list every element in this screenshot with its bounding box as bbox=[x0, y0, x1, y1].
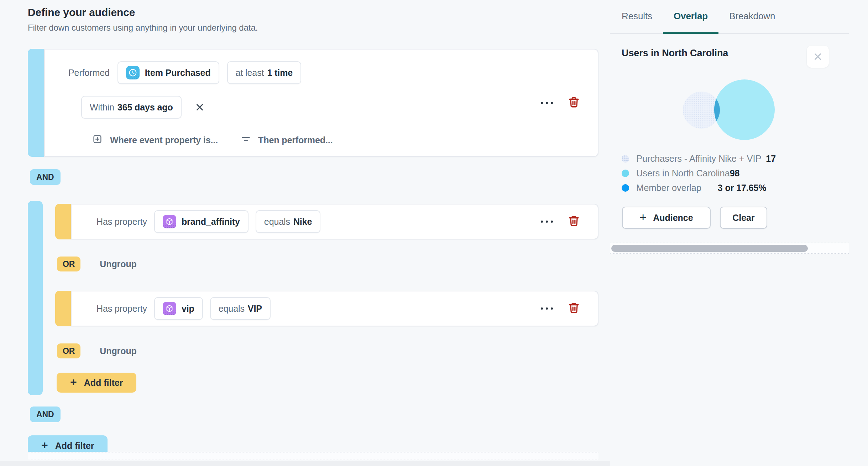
legend-row: Purchasers - Affinity Nike + VIP 17 bbox=[622, 153, 776, 164]
and-operator-badge[interactable]: AND bbox=[30, 407, 61, 422]
property-filter-more-options-button[interactable] bbox=[537, 217, 556, 226]
window-prefix: Within bbox=[90, 102, 114, 113]
or-operator-badge[interactable]: OR bbox=[57, 343, 80, 358]
frequency-value: 1 time bbox=[267, 68, 293, 78]
remove-time-window-button[interactable] bbox=[194, 102, 205, 113]
property-filter-more-options-button[interactable] bbox=[537, 304, 556, 313]
add-filter-to-group-button[interactable]: + Add filter bbox=[57, 373, 136, 393]
legend-row: Member overlap 3 or 17.65% bbox=[622, 182, 776, 193]
clear-button[interactable]: Clear bbox=[720, 207, 767, 229]
builder-horizontal-scrollbar-track[interactable] bbox=[28, 452, 598, 460]
plus-icon: + bbox=[41, 439, 48, 452]
bottom-edge-strip bbox=[0, 461, 610, 466]
event-name: Item Purchased bbox=[145, 68, 211, 78]
property-chip[interactable]: brand_affinity bbox=[154, 210, 249, 233]
legend-row: Users in North Carolina 98 bbox=[622, 168, 776, 178]
sidebar-horizontal-scrollbar-thumb[interactable] bbox=[611, 245, 808, 252]
tab-overlap[interactable]: Overlap bbox=[663, 0, 718, 34]
performed-label: Performed bbox=[68, 68, 110, 78]
venn-overlap-region bbox=[714, 79, 775, 140]
cube-icon bbox=[163, 302, 176, 315]
legend-dot-users bbox=[622, 170, 629, 177]
page-subtitle: Filter down customers using anything in … bbox=[28, 23, 258, 33]
overlap-legend: Purchasers - Affinity Nike + VIP 17 User… bbox=[622, 153, 776, 193]
operator-value: VIP bbox=[248, 304, 262, 314]
operator-value: Nike bbox=[293, 217, 312, 227]
where-event-property-label: Where event property is... bbox=[110, 135, 218, 145]
or-group: Has property brand_affinity equals Nike bbox=[28, 201, 598, 395]
then-performed-label: Then performed... bbox=[258, 135, 333, 145]
property-filter-accent-bar bbox=[55, 291, 71, 326]
legend-dot-purchasers bbox=[622, 155, 629, 162]
operator-label: equals bbox=[219, 304, 245, 314]
or-operator-badge[interactable]: OR bbox=[57, 257, 80, 271]
property-name: brand_affinity bbox=[182, 217, 240, 227]
clock-icon bbox=[126, 66, 140, 79]
event-filter-accent-bar bbox=[28, 49, 44, 157]
property-filter-delete-button[interactable] bbox=[566, 213, 582, 231]
cube-icon bbox=[163, 215, 176, 228]
and-operator-badge[interactable]: AND bbox=[30, 169, 61, 185]
property-chip[interactable]: vip bbox=[154, 297, 203, 320]
close-icon bbox=[812, 51, 823, 62]
event-filter-card: Performed Item Purchased at least 1 time… bbox=[28, 49, 598, 157]
has-property-label: Has property bbox=[96, 217, 147, 227]
operator-value-chip[interactable]: equals VIP bbox=[210, 297, 271, 320]
legend-dot-overlap bbox=[622, 184, 629, 192]
venn-right-circle bbox=[714, 79, 775, 140]
page-title: Define your audience bbox=[28, 6, 135, 19]
filter-icon bbox=[241, 135, 250, 146]
sidebar-horizontal-scrollbar-track bbox=[610, 243, 849, 254]
window-value: 365 days ago bbox=[117, 102, 173, 113]
property-filter-delete-button[interactable] bbox=[566, 300, 582, 317]
plus-square-icon bbox=[93, 134, 102, 146]
plus-icon: + bbox=[70, 376, 77, 389]
event-filter-more-options-button[interactable] bbox=[537, 98, 556, 108]
event-filter-delete-button[interactable] bbox=[566, 94, 582, 112]
then-performed-action[interactable]: Then performed... bbox=[241, 135, 333, 146]
event-chip[interactable]: Item Purchased bbox=[117, 61, 219, 84]
property-filter-accent-bar bbox=[55, 204, 71, 239]
tab-results[interactable]: Results bbox=[610, 0, 663, 34]
time-window-chip[interactable]: Within 365 days ago bbox=[81, 96, 182, 119]
frequency-chip[interactable]: at least 1 time bbox=[227, 61, 301, 84]
preview-sidebar: Results Overlap Breakdown Users in North… bbox=[610, 0, 868, 466]
plus-icon: + bbox=[639, 210, 647, 224]
operator-value-chip[interactable]: equals Nike bbox=[256, 210, 321, 233]
group-accent-bar bbox=[28, 201, 43, 395]
frequency-prefix: at least bbox=[236, 68, 264, 78]
property-name: vip bbox=[182, 304, 194, 314]
ungroup-action[interactable]: Ungroup bbox=[100, 346, 136, 356]
venn-left-circle bbox=[683, 92, 720, 129]
property-filter-card: Has property vip equals VIP bbox=[55, 291, 598, 326]
add-audience-button[interactable]: + Audience bbox=[622, 207, 711, 229]
where-event-property-action[interactable]: Where event property is... bbox=[93, 134, 218, 146]
close-overlap-panel-button[interactable] bbox=[807, 46, 829, 68]
property-filter-card: Has property brand_affinity equals Nike bbox=[55, 204, 598, 239]
has-property-label: Has property bbox=[96, 304, 147, 314]
preview-tabs: Results Overlap Breakdown bbox=[610, 0, 849, 34]
operator-label: equals bbox=[264, 217, 290, 227]
ungroup-action[interactable]: Ungroup bbox=[100, 259, 136, 269]
tab-breakdown[interactable]: Breakdown bbox=[718, 0, 786, 34]
overlap-panel-title: Users in North Carolina bbox=[622, 48, 728, 59]
